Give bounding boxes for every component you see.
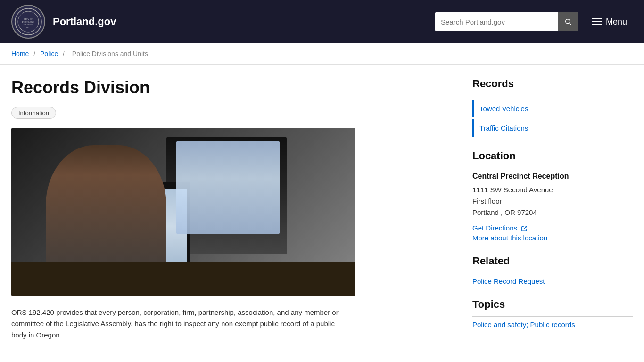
breadcrumb-police[interactable]: Police [40,50,58,58]
search-button[interactable] [558,12,578,31]
related-divider [472,273,633,273]
topics-divider [472,316,633,317]
portland-logo: CITY OF PORTLAND OREGON 1851 [11,5,45,39]
search-input[interactable] [435,12,558,31]
breadcrumb-home[interactable]: Home [11,50,29,58]
records-divider [472,96,633,96]
monitor-right-screen [176,141,280,233]
hero-image [11,128,355,296]
public-records-link[interactable]: Public records [530,321,575,329]
location-address: 1111 SW Second Avenue First floor Portla… [472,184,633,218]
svg-text:CITY OF: CITY OF [24,18,33,20]
external-link-icon [521,225,528,232]
svg-text:OREGON: OREGON [24,24,33,26]
body-text: ORS 192.420 provides that every person, … [11,307,341,341]
address-line2: First floor [472,196,633,207]
site-title: Portland.gov [53,16,116,28]
get-directions-link[interactable]: Get Directions [472,224,633,232]
sidebar-topics-section: Topics Police and safety; Public records [472,298,633,329]
breadcrumb-sep-2: / [63,50,65,58]
hamburger-icon [592,18,602,25]
svg-text:1851: 1851 [26,26,31,29]
menu-button[interactable]: Menu [586,13,633,31]
police-record-request-link[interactable]: Police Record Request [472,277,633,285]
content-area: Records Division Information ORS 192.420… [11,78,454,342]
svg-text:PORTLAND: PORTLAND [22,21,35,23]
search-form [435,12,578,31]
breadcrumb-sep-1: / [33,50,35,58]
address-line3: Portland , OR 97204 [472,207,633,218]
scene-bg [11,128,355,296]
topics-links: Police and safety; Public records [472,321,633,329]
sidebar: Records Towed Vehicles Traffic Citations… [472,78,633,342]
sidebar-related-section: Related Police Record Request [472,255,633,285]
desk [11,262,355,296]
topics-heading: Topics [472,298,633,314]
location-links: Get Directions More about this location [472,224,633,242]
info-badge: Information [11,107,56,119]
search-icon [564,17,572,26]
more-about-location-link[interactable]: More about this location [472,234,633,242]
sidebar-location-section: Location Central Precinct Reception 1111… [472,150,633,242]
related-heading: Related [472,255,633,271]
location-name: Central Precinct Reception [472,172,633,181]
traffic-citations-link[interactable]: Traffic Citations [472,119,633,137]
sidebar-records-section: Records Towed Vehicles Traffic Citations [472,78,633,137]
location-divider [472,168,633,168]
header-logo-area: CITY OF PORTLAND OREGON 1851 Portland.go… [11,5,116,39]
records-heading: Records [472,78,633,94]
header-controls: Menu [435,12,633,31]
page-title: Records Division [11,78,454,98]
towed-vehicles-link[interactable]: Towed Vehicles [472,100,633,117]
police-safety-link[interactable]: Police and safety [472,321,526,329]
menu-label: Menu [606,17,627,27]
main-container: Records Division Information ORS 192.420… [0,65,644,355]
site-header: CITY OF PORTLAND OREGON 1851 Portland.go… [0,0,644,43]
breadcrumb-current: Police Divisions and Units [72,50,148,58]
address-line1: 1111 SW Second Avenue [472,184,633,196]
location-heading: Location [472,150,633,166]
breadcrumb: Home / Police / Police Divisions and Uni… [0,43,644,65]
